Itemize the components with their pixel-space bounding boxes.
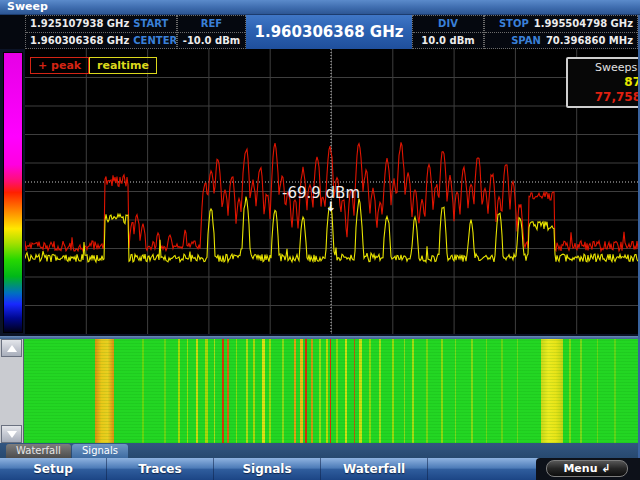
waterfall-streak	[262, 339, 265, 443]
center-value: 1.960306368 GHz	[30, 35, 129, 46]
waterfall-streak	[330, 339, 331, 443]
waterfall-streak	[305, 339, 307, 443]
center-label: CENTER	[133, 35, 176, 46]
amplitude-color-scale	[3, 52, 23, 333]
waterfall-streak	[471, 339, 473, 443]
waterfall-streak	[392, 339, 394, 443]
waterfall-streak	[614, 339, 616, 443]
tab-signals-label: Signals	[82, 445, 118, 456]
waterfall-streak	[142, 339, 144, 443]
waterfall-streak	[214, 339, 215, 443]
stop-row: STOP 1.995504798 GHz	[485, 16, 637, 32]
waterfall-streak	[326, 339, 328, 443]
waterfall-streak	[253, 339, 255, 443]
menu-button-panel: Menu ↲	[536, 458, 640, 480]
div-cell[interactable]: DIV 10.0 dBm	[412, 15, 484, 49]
menu-item-signals[interactable]: Signals	[214, 458, 321, 480]
marker-readout: -69.9 dBm	[278, 184, 364, 202]
waterfall-display[interactable]	[24, 339, 638, 443]
sweeps-box: Sweeps: 87 77,758	[566, 57, 640, 108]
waterfall-streak	[369, 339, 371, 443]
menu-item-setup-label: Setup	[33, 462, 73, 476]
tab-waterfall-label: Waterfall	[16, 445, 61, 456]
menu-button[interactable]: Menu ↲	[546, 460, 628, 477]
scroll-down-button[interactable]	[1, 425, 22, 443]
ref-label-row: REF	[178, 16, 245, 32]
start-value: 1.925107938 GHz	[30, 18, 129, 29]
waterfall-streak	[412, 339, 414, 443]
marker-arrow-icon: ↓	[323, 199, 339, 214]
waterfall-streak	[236, 339, 237, 443]
scroll-up-button[interactable]	[1, 339, 22, 357]
waterfall-streak	[187, 339, 188, 443]
menu-item-waterfall-label: Waterfall	[343, 462, 405, 476]
menu-item-waterfall[interactable]: Waterfall	[321, 458, 428, 480]
app-window: Sweep 1.925107938 GHz START 1.960306368 …	[0, 0, 640, 480]
waterfall-streak	[569, 339, 571, 443]
waterfall-streak	[294, 339, 296, 443]
waterfall-streak	[336, 339, 338, 443]
sweeps-label: Sweeps:	[573, 60, 640, 75]
span-value: 70.396860 MHz	[546, 35, 633, 46]
stop-span-cell[interactable]: STOP 1.995504798 GHz SPAN 70.396860 MHz	[484, 15, 638, 49]
waterfall-streak	[404, 339, 405, 443]
div-label: DIV	[438, 18, 458, 29]
realtime-trace-label[interactable]: realtime	[89, 57, 157, 74]
waterfall-streak	[501, 339, 503, 443]
stop-label: STOP	[499, 18, 529, 29]
menu-item-traces-label: Traces	[138, 462, 181, 476]
return-arrow-icon: ↲	[601, 462, 610, 475]
span-label: SPAN	[511, 35, 541, 46]
start-row: 1.925107938 GHz START	[26, 16, 176, 32]
center-row: 1.960306368 GHz CENTER	[26, 32, 176, 49]
div-value: 10.0 dBm	[421, 35, 474, 46]
waterfall-scrollbar[interactable]	[0, 339, 24, 443]
menu-item-signals-label: Signals	[242, 462, 291, 476]
page-title: Sweep	[0, 0, 640, 14]
start-center-cell[interactable]: 1.925107938 GHz START 1.960306368 GHz CE…	[25, 15, 177, 49]
waterfall-streak	[178, 339, 180, 443]
start-label: START	[133, 18, 168, 29]
menu-item-traces[interactable]: Traces	[107, 458, 214, 480]
waterfall-streak	[269, 339, 271, 443]
stop-value: 1.995504798 GHz	[534, 18, 633, 29]
waterfall-streak	[196, 339, 198, 443]
sweeps-count-peak: 77,758	[573, 90, 640, 105]
ref-value-row: -10.0 dBm	[178, 32, 245, 49]
waterfall-streak	[597, 339, 598, 443]
realtime-trace-label-text: realtime	[97, 59, 149, 72]
menu-item-setup[interactable]: Setup	[0, 458, 107, 480]
waterfall-streak	[164, 339, 166, 443]
title-bar: Sweep	[0, 0, 640, 15]
ref-label: REF	[201, 18, 222, 29]
waterfall-streak	[517, 339, 518, 443]
div-value-row: 10.0 dBm	[413, 32, 483, 49]
up-arrow-icon	[7, 345, 17, 352]
down-arrow-icon	[7, 431, 17, 438]
waterfall-streak	[580, 339, 582, 443]
waterfall-streak	[455, 339, 456, 443]
center-frequency-display[interactable]: 1.960306368 GHz	[246, 15, 412, 49]
menu-button-label: Menu	[563, 462, 597, 475]
menu-bar: Setup Traces Signals Waterfall Menu ↲	[0, 458, 640, 480]
center-frequency-value: 1.960306368 GHz	[255, 23, 404, 41]
ref-value: -10.0 dBm	[183, 35, 241, 46]
waterfall-streak	[426, 339, 428, 443]
div-label-row: DIV	[413, 16, 483, 32]
waterfall-streak	[541, 339, 563, 443]
waterfall-streak	[319, 339, 321, 443]
waterfall-streak	[227, 339, 229, 443]
waterfall-streak	[345, 339, 347, 443]
waterfall-streak	[205, 339, 208, 443]
peak-trace-label-text: + peak	[38, 59, 81, 72]
waterfall-streak	[354, 339, 355, 443]
tab-signals[interactable]: Signals	[72, 444, 128, 458]
waterfall-streak	[441, 339, 443, 443]
spectrum-region: + peak realtime Sweeps: 87 77,758 -69.9 …	[0, 49, 640, 336]
peak-trace-label[interactable]: + peak	[30, 57, 89, 74]
waterfall-streak	[222, 339, 224, 443]
waterfall-streak	[379, 339, 381, 443]
tab-waterfall[interactable]: Waterfall	[6, 444, 71, 458]
ref-level-cell[interactable]: REF -10.0 dBm	[177, 15, 246, 49]
waterfall-streak	[300, 339, 303, 443]
